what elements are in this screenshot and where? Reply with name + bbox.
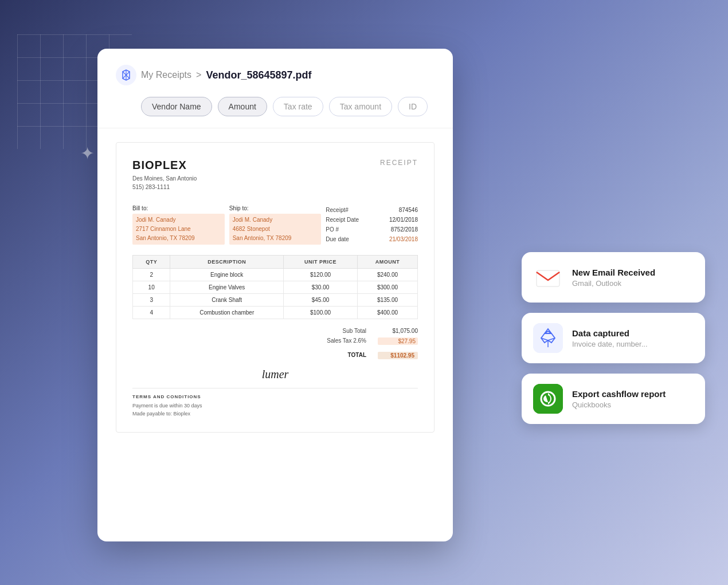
notif-title-gmail: New Email Received [572, 268, 694, 277]
quickbooks-icon [533, 384, 563, 414]
bill-name: Jodi M. Canady 2717 Cinnamon Lane San An… [132, 214, 225, 245]
svg-rect-4 [533, 384, 563, 414]
company-address: Des Moines, San Antonio 515) 283-1111 [132, 174, 197, 191]
ship-to-section: Ship to: Jodi M. Canady 4682 Stonepot Sa… [229, 205, 322, 245]
receipt-document: BIOPLEX Des Moines, San Antonio 515) 283… [116, 142, 435, 433]
star-decoration: ✦ [80, 143, 95, 163]
notif-subtitle-quickbooks: Quickbooks [572, 401, 694, 409]
bill-to-section: Bill to: Jodi M. Canady 2717 Cinnamon La… [132, 205, 225, 245]
logo-icon [116, 65, 136, 85]
breadcrumb-filename: Vendor_58645897.pdf [206, 69, 311, 81]
terms-line1: Payment is due within 30 days [132, 402, 418, 410]
notif-content-quickbooks: Export cashflow report Quickbooks [572, 389, 694, 409]
total-row: TOTAL $1102.95 [132, 350, 418, 361]
totals-section: Sub Total $1,075.00 Sales Tax 2.6% $27.9… [132, 326, 418, 361]
aptitude-icon [533, 323, 563, 353]
filter-tabs: Vendor Name Amount Tax rate Tax amount I… [116, 97, 435, 116]
receipt-header: BIOPLEX Des Moines, San Antonio 515) 283… [132, 159, 418, 191]
tax-row: Sales Tax 2.6% $27.95 [132, 336, 418, 347]
notification-card-gmail[interactable]: New Email Received Gmail, Outlook [522, 252, 705, 303]
notif-icon-aptitude [533, 323, 563, 353]
notification-card-aptitude[interactable]: Data captured Invoice date, number... [522, 313, 705, 363]
notif-icon-quickbooks [533, 384, 563, 414]
card-header: My Receipts > Vendor_58645897.pdf Vendor… [97, 49, 453, 128]
notif-title-aptitude: Data captured [572, 328, 694, 338]
col-desc: DESCRIPTION [170, 256, 284, 269]
table-row: 10 Engine Valves $30.00 $300.00 [133, 281, 418, 294]
my-receipts-label[interactable]: My Receipts [141, 70, 191, 80]
tab-tax-rate[interactable]: Tax rate [273, 97, 323, 116]
notif-title-quickbooks: Export cashflow report [572, 389, 694, 399]
notif-icon-gmail [533, 262, 563, 292]
table-row: 2 Engine block $120.00 $240.00 [133, 269, 418, 281]
items-table: QTY DESCRIPTION UNIT PRICE AMOUNT 2 Engi… [132, 255, 418, 319]
main-card: My Receipts > Vendor_58645897.pdf Vendor… [97, 49, 453, 541]
tab-amount[interactable]: Amount [218, 97, 267, 116]
svg-rect-3 [533, 323, 563, 353]
tab-id[interactable]: ID [398, 97, 428, 116]
company-info: BIOPLEX Des Moines, San Antonio 515) 283… [132, 159, 197, 191]
ship-to-label: Ship to: [229, 205, 322, 211]
company-name: BIOPLEX [132, 159, 197, 172]
subtotal-row: Sub Total $1,075.00 [132, 326, 418, 336]
gmail-icon [533, 262, 563, 292]
bill-to-label: Bill to: [132, 205, 225, 211]
breadcrumb-separator: > [196, 70, 201, 80]
total-label: TOTAL [320, 352, 366, 359]
table-row: 4 Combustion chamber $100.00 $400.00 [133, 307, 418, 319]
notif-content-aptitude: Data captured Invoice date, number... [572, 328, 694, 348]
table-row: 3 Crank Shaft $45.00 $135.00 [133, 294, 418, 307]
svg-rect-2 [537, 270, 559, 286]
ship-address: Jodi M. Canady 4682 Stonepot San Antonio… [229, 214, 322, 245]
notification-cards: New Email Received Gmail, Outlook Data c… [522, 252, 705, 424]
terms-section: TERMS AND CONDITIONS Payment is due with… [132, 388, 418, 418]
notif-subtitle-aptitude: Invoice date, number... [572, 340, 694, 348]
total-value: $1102.95 [378, 352, 418, 359]
col-amount: AMOUNT [357, 256, 417, 269]
subtotal-label: Sub Total [320, 328, 366, 334]
notif-content-gmail: New Email Received Gmail, Outlook [572, 268, 694, 288]
tab-tax-amount[interactable]: Tax amount [329, 97, 392, 116]
terms-line2: Made payable to: Bioplex [132, 410, 418, 418]
terms-title: TERMS AND CONDITIONS [132, 394, 418, 399]
billing-section: Bill to: Jodi M. Canady 2717 Cinnamon La… [132, 205, 418, 245]
tax-label: Sales Tax 2.6% [320, 337, 366, 345]
tax-value: $27.95 [378, 337, 418, 345]
notif-subtitle-gmail: Gmail, Outlook [572, 279, 694, 288]
notification-card-quickbooks[interactable]: Export cashflow report Quickbooks [522, 374, 705, 424]
receipt-meta: Receipt# 874546 Receipt Date 12/01/2018 … [326, 205, 418, 245]
col-qty: QTY [133, 256, 170, 269]
tab-vendor-name[interactable]: Vendor Name [141, 97, 212, 116]
receipt-label: RECEIPT [380, 159, 418, 167]
subtotal-value: $1,075.00 [378, 328, 418, 334]
breadcrumb: My Receipts > Vendor_58645897.pdf [116, 65, 435, 85]
col-unit: UNIT PRICE [284, 256, 358, 269]
signature: lumer [132, 368, 418, 381]
